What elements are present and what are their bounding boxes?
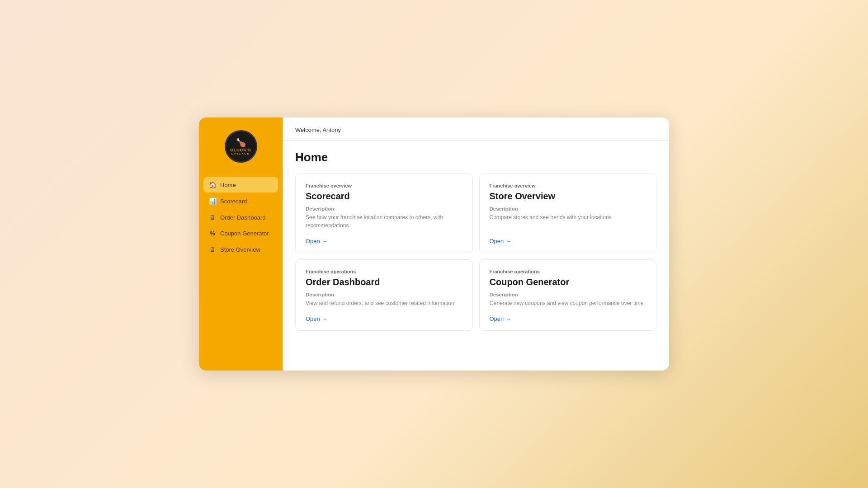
sidebar-item-store-overview[interactable]: 🖥 Store Overview	[203, 242, 278, 257]
sidebar-item-order-dashboard-label: Order Dashboard	[220, 214, 265, 221]
sidebar-item-coupon-generator[interactable]: % Coupon Generator	[203, 226, 278, 241]
card-scorecard-open-label: Open →	[306, 238, 327, 244]
main-content: Welcome, Antony Home Franchise overview …	[283, 117, 669, 371]
sidebar-item-scorecard-label: Scorecard	[220, 198, 247, 205]
sidebar: 🍗 CLUCK'S CHICKEN 🏠 Home 📊 Scorecard 🖥 O…	[199, 117, 283, 371]
card-scorecard[interactable]: Franchise overview Scorecard Description…	[295, 174, 473, 253]
sidebar-item-home-label: Home	[220, 182, 236, 188]
card-order-dashboard-open[interactable]: Open →	[306, 315, 462, 322]
card-scorecard-title: Scorecard	[306, 191, 462, 202]
logo: 🍗 CLUCK'S CHICKEN	[225, 130, 257, 163]
card-scorecard-desc-label: Description	[306, 206, 462, 211]
card-order-dashboard-open-label: Open →	[306, 315, 327, 322]
card-scorecard-description: See how your franchise location compares…	[306, 213, 462, 230]
card-coupon-generator-description: Generate new coupons and view coupon per…	[490, 299, 646, 307]
card-coupon-generator[interactable]: Franchise operations Coupon Generator De…	[479, 259, 657, 331]
card-coupon-generator-desc-label: Description	[490, 292, 646, 297]
top-bar: Welcome, Antony	[283, 117, 669, 141]
store-overview-icon: 🖥	[209, 246, 216, 253]
card-order-dashboard-category: Franchise operations	[306, 269, 462, 274]
card-scorecard-category: Franchise overview	[306, 183, 462, 188]
sidebar-item-home[interactable]: 🏠 Home	[203, 177, 278, 192]
card-store-overview-desc-label: Description	[490, 206, 646, 211]
welcome-text: Welcome, Antony	[295, 127, 341, 133]
card-order-dashboard[interactable]: Franchise operations Order Dashboard Des…	[295, 259, 473, 331]
card-scorecard-open[interactable]: Open →	[306, 238, 462, 244]
scorecard-icon: 📊	[209, 197, 216, 205]
card-coupon-generator-title: Coupon Generator	[490, 277, 646, 287]
card-order-dashboard-desc-label: Description	[306, 292, 462, 297]
sidebar-item-store-overview-label: Store Overview	[220, 246, 260, 253]
logo-icon: 🍗	[236, 138, 246, 148]
logo-sub-name: CHICKEN	[231, 152, 250, 155]
card-store-overview[interactable]: Franchise overview Store Overview Descri…	[479, 174, 657, 253]
card-coupon-generator-open[interactable]: Open →	[490, 315, 646, 322]
card-order-dashboard-description: View and refund orders, and see customer…	[306, 299, 462, 307]
sidebar-item-coupon-generator-label: Coupon Generator	[220, 230, 269, 237]
card-coupon-generator-category: Franchise operations	[490, 269, 646, 274]
cards-grid: Franchise overview Scorecard Description…	[295, 174, 656, 331]
page-title: Home	[295, 150, 656, 164]
card-store-overview-open[interactable]: Open →	[490, 238, 646, 244]
sidebar-item-order-dashboard[interactable]: 🖥 Order Dashboard	[203, 210, 278, 225]
sidebar-item-scorecard[interactable]: 📊 Scorecard	[203, 193, 278, 209]
coupon-generator-icon: %	[209, 230, 216, 237]
card-store-overview-category: Franchise overview	[490, 183, 646, 188]
card-order-dashboard-title: Order Dashboard	[306, 277, 462, 287]
content-area: Home Franchise overview Scorecard Descri…	[283, 141, 669, 371]
logo-brand-name: CLUCK'S	[230, 148, 251, 153]
card-store-overview-open-label: Open →	[490, 238, 511, 244]
card-store-overview-title: Store Overview	[490, 191, 646, 202]
home-icon: 🏠	[209, 181, 216, 188]
card-coupon-generator-open-label: Open →	[490, 315, 511, 322]
nav-menu: 🏠 Home 📊 Scorecard 🖥 Order Dashboard % C…	[199, 174, 283, 261]
order-dashboard-icon: 🖥	[209, 214, 216, 221]
app-container: 🍗 CLUCK'S CHICKEN 🏠 Home 📊 Scorecard 🖥 O…	[199, 117, 669, 371]
logo-area: 🍗 CLUCK'S CHICKEN	[199, 117, 283, 174]
card-store-overview-description: Compare stores and see trends with your …	[490, 213, 646, 230]
